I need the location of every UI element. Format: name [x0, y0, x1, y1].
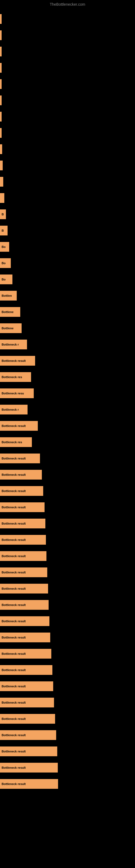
bar-row — [0, 93, 135, 108]
bar-row: Bottleneck resu — [0, 386, 135, 401]
bars-container: BBBoBoBoBottlenBottleneBottleneBottlenec… — [0, 9, 135, 795]
result-bar: Bottleneck result — [0, 779, 58, 789]
result-bar: Bottleneck result — [0, 714, 55, 724]
bar-row: Bottleneck result — [0, 549, 135, 564]
site-title: TheBottlenecker.com — [0, 0, 135, 9]
bar-row: Bottlene — [0, 304, 135, 319]
result-bar: Bottleneck result — [0, 763, 58, 773]
bar-row: Bottleneck result — [0, 484, 135, 499]
result-bar: Bottleneck result — [0, 567, 47, 577]
bar-row: Bo — [0, 255, 135, 271]
bar-row: Bo — [0, 272, 135, 287]
bar-row: Bottleneck result — [0, 500, 135, 515]
result-bar: Bottleneck result — [0, 486, 43, 496]
result-bar: Bottleneck result — [0, 600, 49, 610]
bar-row: Bottleneck result — [0, 695, 135, 710]
bar-row: Bottleneck res — [0, 435, 135, 450]
result-bar — [0, 46, 2, 56]
result-bar: Bottleneck result — [0, 421, 38, 431]
result-bar: Bottleneck result — [0, 681, 53, 691]
bar-row — [0, 44, 135, 59]
result-bar: Bottleneck result — [0, 632, 50, 642]
result-bar: Bottleneck result — [0, 535, 46, 545]
bar-row: Bottleneck result — [0, 467, 135, 482]
result-bar — [0, 128, 2, 138]
result-bar: Bottleneck result — [0, 665, 52, 675]
result-bar — [0, 79, 2, 89]
bar-row: Bottleneck result — [0, 662, 135, 678]
bar-row: Bottleneck result — [0, 581, 135, 596]
bar-row: B — [0, 207, 135, 222]
bar-row: Bottleneck result — [0, 711, 135, 726]
result-bar — [0, 95, 2, 105]
result-bar: Bottleneck result — [0, 551, 46, 561]
bar-row — [0, 109, 135, 124]
result-bar — [0, 63, 2, 73]
result-bar — [0, 30, 2, 40]
result-bar: Bottleneck result — [0, 730, 56, 740]
result-bar: Bottleneck res — [0, 437, 32, 447]
bar-row: Bottleneck r — [0, 337, 135, 352]
bar-row: Bottleneck r — [0, 402, 135, 417]
result-bar: Bottleneck result — [0, 454, 40, 463]
result-bar: Bottleneck result — [0, 519, 45, 528]
bar-row: Bottleneck result — [0, 451, 135, 466]
result-bar: Bottleneck result — [0, 584, 48, 593]
bar-row: Bottleneck result — [0, 614, 135, 629]
result-bar: Bottleneck result — [0, 356, 35, 366]
result-bar: Bottleneck result — [0, 746, 57, 756]
bar-row: Bottlen — [0, 288, 135, 303]
bar-row: Bottleneck res — [0, 369, 135, 384]
bar-row: Bottlene — [0, 321, 135, 336]
bar-row — [0, 11, 135, 27]
result-bar: Bottleneck result — [0, 470, 42, 479]
bar-row: Bottleneck result — [0, 744, 135, 759]
result-bar: Bo — [0, 242, 9, 252]
bar-row: Bottleneck result — [0, 776, 135, 792]
bar-row — [0, 158, 135, 173]
bar-row: Bottleneck result — [0, 565, 135, 580]
bar-row: Bottleneck result — [0, 630, 135, 645]
bar-row: Bottleneck result — [0, 597, 135, 613]
bar-row — [0, 60, 135, 75]
result-bar: Bottleneck r — [0, 340, 27, 349]
result-bar: Bo — [0, 275, 12, 284]
bar-row: Bottleneck result — [0, 418, 135, 433]
result-bar — [0, 112, 2, 122]
bar-row: Bottleneck result — [0, 760, 135, 775]
bar-row: B — [0, 223, 135, 238]
result-bar — [0, 144, 2, 154]
bar-row — [0, 174, 135, 189]
result-bar — [0, 177, 3, 187]
bar-row: Bottleneck result — [0, 516, 135, 531]
result-bar: Bottlene — [0, 323, 21, 333]
result-bar: Bottleneck res — [0, 372, 31, 382]
bar-row: Bottleneck result — [0, 679, 135, 694]
result-bar: Bottlen — [0, 291, 17, 301]
bar-row — [0, 28, 135, 43]
bar-row: Bo — [0, 239, 135, 254]
bar-row — [0, 190, 135, 206]
result-bar: Bottleneck resu — [0, 389, 34, 398]
result-bar — [0, 161, 3, 170]
result-bar: Bottleneck r — [0, 405, 28, 414]
bar-row: Bottleneck result — [0, 646, 135, 661]
result-bar: Bottleneck result — [0, 502, 45, 512]
result-bar — [0, 193, 4, 203]
result-bar: B — [0, 209, 6, 219]
bar-row: Bottleneck result — [0, 727, 135, 743]
result-bar: Bo — [0, 258, 11, 268]
result-bar: Bottleneck result — [0, 698, 54, 707]
result-bar: B — [0, 226, 8, 236]
bar-row — [0, 76, 135, 92]
bar-row: Bottleneck result — [0, 532, 135, 547]
bar-row — [0, 142, 135, 157]
result-bar: Bottleneck result — [0, 616, 49, 626]
bar-row: Bottleneck result — [0, 353, 135, 368]
result-bar: Bottlene — [0, 307, 20, 317]
result-bar: Bottleneck result — [0, 649, 51, 659]
result-bar — [0, 14, 2, 24]
bar-row — [0, 125, 135, 141]
